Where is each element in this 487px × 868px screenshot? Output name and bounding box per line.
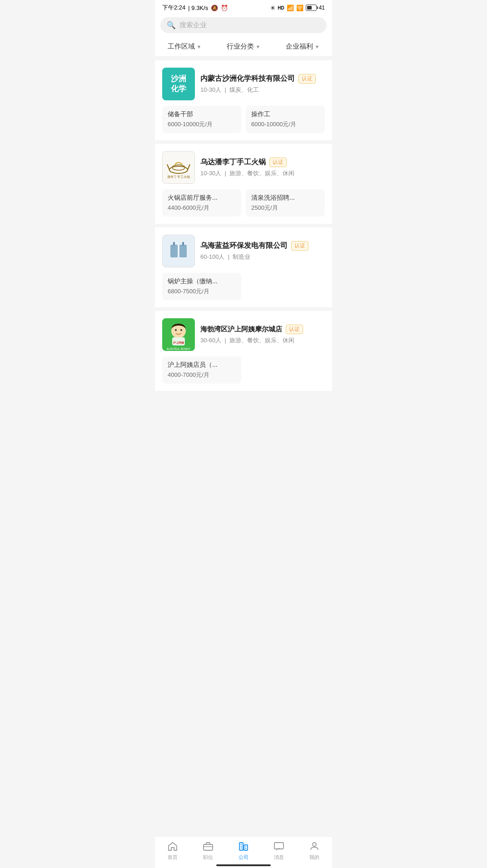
nav-message-label: 消息 bbox=[274, 854, 284, 861]
job-title-1: 储备干部 bbox=[168, 110, 236, 118]
svg-text:AUNTEA JENNY: AUNTEA JENNY bbox=[167, 347, 191, 350]
company-icon bbox=[238, 840, 249, 852]
company-name-shazhou: 内蒙古沙洲化学科技有限公司 bbox=[200, 74, 295, 84]
filter-benefits[interactable]: 企业福利 ▼ bbox=[286, 42, 320, 51]
nav-jobs-label: 职位 bbox=[203, 854, 213, 861]
svg-line-2 bbox=[167, 164, 169, 170]
benefits-arrow: ▼ bbox=[315, 44, 320, 49]
svg-rect-25 bbox=[274, 843, 283, 849]
company-logo-wuda: 潘李丁·手工火锅 bbox=[162, 151, 195, 184]
job-card-5[interactable]: 锅炉主操（缴纳... 6800-7500元/月 bbox=[162, 273, 241, 300]
filter-work-area[interactable]: 工作区域 ▼ bbox=[168, 42, 202, 51]
company-meta-lushang: 30-60人 | 旅游、餐饮、娱乐、休闲 bbox=[200, 336, 325, 345]
battery bbox=[306, 5, 317, 11]
nav-jobs[interactable]: 职位 bbox=[202, 840, 214, 861]
profile-icon bbox=[308, 840, 320, 852]
job-title-2: 操作工 bbox=[251, 110, 319, 118]
company-card-shazhou[interactable]: 沙洲化学 内蒙古沙洲化学科技有限公司 认证 10-30人 | 煤炭、化工 储备干… bbox=[155, 60, 332, 140]
svg-rect-7 bbox=[173, 242, 175, 246]
job-title-5: 锅炉主操（缴纳... bbox=[168, 277, 236, 286]
company-info-wuda: 乌达潘李丁手工火锅 认证 10-30人 | 旅游、餐饮、娱乐、休闲 bbox=[200, 158, 325, 178]
company-card-wuda[interactable]: 潘李丁·手工火锅 乌达潘李丁手工火锅 认证 10-30人 | 旅游、餐饮、娱乐、… bbox=[155, 144, 332, 224]
company-header-wuda: 潘李丁·手工火锅 乌达潘李丁手工火锅 认证 10-30人 | 旅游、餐饮、娱乐、… bbox=[162, 151, 325, 184]
job-title-4: 清泉洗浴招聘... bbox=[251, 194, 319, 202]
svg-rect-8 bbox=[182, 242, 184, 246]
svg-line-3 bbox=[188, 164, 190, 170]
nav-profile-label: 我的 bbox=[309, 854, 319, 861]
company-info-shazhou: 内蒙古沙洲化学科技有限公司 认证 10-30人 | 煤炭、化工 bbox=[200, 74, 325, 94]
svg-rect-6 bbox=[179, 245, 187, 257]
company-header-lanyi: 乌海蓝益环保发电有限公司 认证 60-100人 | 制造业 bbox=[162, 235, 325, 267]
company-logo-lushang: AUNTEA JENNY 沪上阿姨 bbox=[162, 318, 195, 351]
svg-rect-19 bbox=[244, 845, 248, 850]
job-cards-wuda: 火锅店前厅服务... 4400-6000元/月 清泉洗浴招聘... 2500元/… bbox=[162, 189, 325, 217]
job-salary-3: 4400-6000元/月 bbox=[168, 204, 236, 212]
company-meta-shazhou: 10-30人 | 煤炭、化工 bbox=[200, 86, 325, 94]
company-card-lushang[interactable]: AUNTEA JENNY 沪上阿姨 海勃湾区沪上阿姨摩尔城店 认证 30-60人… bbox=[155, 311, 332, 391]
filter-bar: 工作区域 ▼ 行业分类 ▼ 企业福利 ▼ bbox=[155, 37, 332, 57]
bottom-nav: 首页 职位 公司 bbox=[155, 836, 332, 868]
cert-badge-lushang: 认证 bbox=[286, 325, 303, 334]
wifi-icon: 🛜 bbox=[296, 5, 303, 11]
svg-text:沪上阿姨: 沪上阿姨 bbox=[173, 341, 184, 344]
company-card-lanyi[interactable]: 乌海蓝益环保发电有限公司 认证 60-100人 | 制造业 锅炉主操（缴纳...… bbox=[155, 227, 332, 307]
job-cards-lushang: 沪上阿姨店员（... 4000-7000元/月 bbox=[162, 356, 325, 384]
filter-industry[interactable]: 行业分类 ▼ bbox=[227, 42, 261, 51]
search-placeholder: 搜索企业 bbox=[179, 21, 207, 30]
svg-point-12 bbox=[180, 329, 182, 331]
job-card-4[interactable]: 清泉洗浴招聘... 2500元/月 bbox=[246, 189, 325, 217]
home-indicator bbox=[216, 864, 271, 866]
nav-company[interactable]: 公司 bbox=[238, 840, 249, 861]
svg-rect-16 bbox=[204, 844, 213, 850]
nav-home-label: 首页 bbox=[168, 854, 178, 861]
time: 下午2:24 bbox=[162, 4, 185, 12]
company-header-lushang: AUNTEA JENNY 沪上阿姨 海勃湾区沪上阿姨摩尔城店 认证 30-60人… bbox=[162, 318, 325, 351]
job-cards-shazhou: 储备干部 6000-10000元/月 操作工 6000-10000元/月 bbox=[162, 106, 325, 133]
nav-message[interactable]: 消息 bbox=[273, 840, 285, 861]
cert-badge-lanyi: 认证 bbox=[291, 241, 308, 251]
nav-profile[interactable]: 我的 bbox=[308, 840, 320, 861]
company-info-lushang: 海勃湾区沪上阿姨摩尔城店 认证 30-60人 | 旅游、餐饮、娱乐、休闲 bbox=[200, 325, 325, 345]
job-card-2[interactable]: 操作工 6000-10000元/月 bbox=[246, 106, 325, 133]
job-salary-5: 6800-7500元/月 bbox=[168, 287, 236, 296]
search-input-wrap[interactable]: 🔍 搜索企业 bbox=[160, 17, 327, 33]
job-card-1[interactable]: 储备干部 6000-10000元/月 bbox=[162, 106, 241, 133]
svg-point-26 bbox=[313, 843, 316, 846]
work-area-arrow: ▼ bbox=[197, 44, 202, 49]
nav-company-label: 公司 bbox=[239, 854, 248, 861]
job-title-3: 火锅店前厅服务... bbox=[168, 194, 236, 202]
svg-point-11 bbox=[175, 329, 177, 331]
job-card-6[interactable]: 沪上阿姨店员（... 4000-7000元/月 bbox=[162, 356, 241, 384]
cert-badge-shazhou: 认证 bbox=[298, 74, 316, 84]
industry-label: 行业分类 bbox=[227, 42, 254, 51]
company-name-lushang: 海勃湾区沪上阿姨摩尔城店 bbox=[200, 325, 282, 334]
search-icon: 🔍 bbox=[167, 21, 176, 30]
briefcase-icon bbox=[202, 840, 214, 852]
job-card-3[interactable]: 火锅店前厅服务... 4400-6000元/月 bbox=[162, 189, 241, 217]
cert-badge-wuda: 认证 bbox=[269, 158, 287, 167]
nav-home[interactable]: 首页 bbox=[167, 840, 179, 861]
company-header: 沙洲化学 内蒙古沙洲化学科技有限公司 认证 10-30人 | 煤炭、化工 bbox=[162, 68, 325, 100]
job-salary-6: 4000-7000元/月 bbox=[168, 371, 236, 379]
company-logo-lanyi bbox=[162, 235, 195, 267]
network-speed: | 9.3K/s bbox=[188, 5, 208, 11]
status-left: 下午2:24 | 9.3K/s 🔕 ⏰ bbox=[162, 4, 228, 12]
job-salary-2: 6000-10000元/月 bbox=[251, 120, 319, 128]
job-cards-lanyi: 锅炉主操（缴纳... 6800-7500元/月 bbox=[162, 273, 325, 300]
battery-level: 41 bbox=[319, 5, 325, 11]
svg-text:潘李丁·手工火锅: 潘李丁·手工火锅 bbox=[167, 175, 190, 179]
company-name-lanyi: 乌海蓝益环保发电有限公司 bbox=[200, 241, 288, 251]
work-area-label: 工作区域 bbox=[168, 42, 195, 51]
job-salary-4: 2500元/月 bbox=[251, 204, 319, 212]
hd-icon: HD bbox=[278, 5, 284, 10]
bluetooth-icon: ✳ bbox=[270, 5, 275, 11]
job-salary-1: 6000-10000元/月 bbox=[168, 120, 236, 128]
status-bar: 下午2:24 | 9.3K/s 🔕 ⏰ ✳ HD 📶 🛜 41 bbox=[155, 0, 332, 14]
company-meta-lanyi: 60-100人 | 制造业 bbox=[200, 253, 325, 261]
signal-icon: 📶 bbox=[287, 5, 294, 11]
search-bar: 🔍 搜索企业 bbox=[155, 14, 332, 37]
alarm-icon: ⏰ bbox=[221, 5, 228, 11]
company-logo-shazhou: 沙洲化学 bbox=[162, 68, 195, 100]
industry-arrow: ▼ bbox=[256, 44, 261, 49]
status-right: ✳ HD 📶 🛜 41 bbox=[270, 5, 325, 11]
